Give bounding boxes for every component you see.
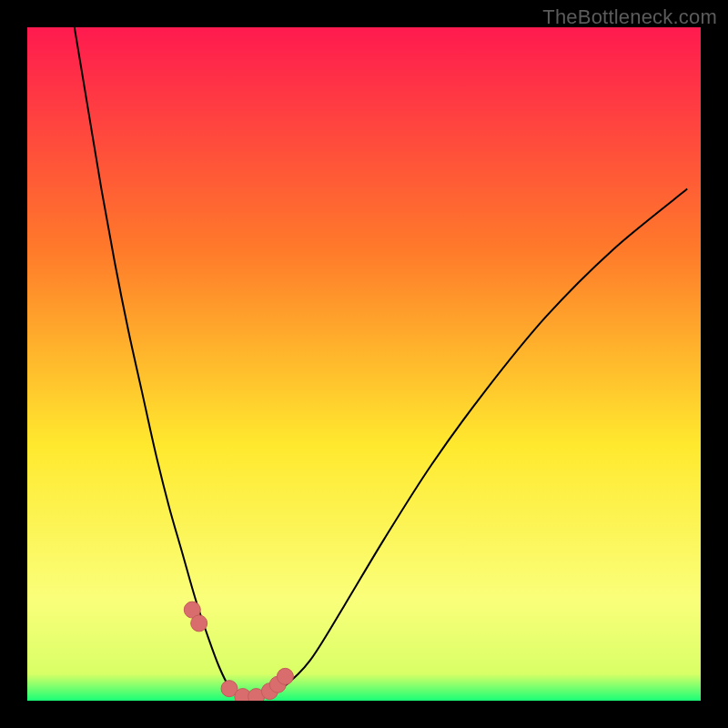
gradient-background: [27, 27, 701, 701]
marker-point: [277, 668, 293, 684]
marker-point: [191, 615, 207, 632]
plot-area: [27, 27, 701, 701]
chart-frame: TheBottleneck.com: [0, 0, 728, 728]
chart-svg: [27, 27, 701, 701]
watermark-text: TheBottleneck.com: [542, 5, 717, 29]
